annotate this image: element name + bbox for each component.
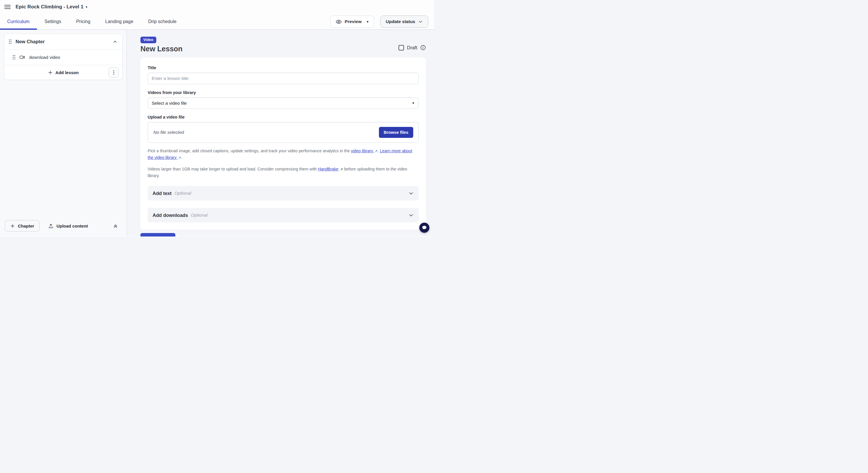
drag-handle-icon[interactable] xyxy=(12,55,16,60)
lesson-header: Video New Lesson Draft xyxy=(141,37,426,53)
tab-settings[interactable]: Settings xyxy=(37,14,69,29)
course-builder-page: Epic Rock Climbing - Level 1 ▾ Curriculu… xyxy=(0,0,434,236)
add-text-expander[interactable]: Add text Optional xyxy=(148,186,419,200)
curriculum-sidebar: New Chapter download video xyxy=(0,30,127,236)
external-link-icon: ↗ xyxy=(375,149,378,154)
save-lesson-button[interactable]: Save lesson xyxy=(141,233,175,236)
link-label: HandBrake xyxy=(318,167,338,171)
add-lesson-button[interactable]: Add lesson xyxy=(48,70,79,75)
chevron-down-icon xyxy=(408,213,414,218)
preview-caret-icon: ▾ xyxy=(367,20,369,24)
eye-icon xyxy=(336,19,342,25)
chapter-menu-button[interactable] xyxy=(108,67,119,77)
course-title-caret-icon[interactable]: ▾ xyxy=(86,5,87,9)
video-camera-icon xyxy=(19,54,25,60)
external-link-icon: ↗ xyxy=(340,167,343,172)
browse-files-button[interactable]: Browse files xyxy=(379,127,413,138)
add-chapter-label: Chapter xyxy=(18,223,34,228)
collapse-all-icon[interactable] xyxy=(113,223,118,229)
help-text: . xyxy=(181,155,182,160)
update-status-label: Update status xyxy=(386,19,415,24)
chevron-down-icon xyxy=(418,19,423,24)
tab-landing-page[interactable]: Landing page xyxy=(98,14,141,29)
info-icon[interactable] xyxy=(420,45,426,51)
no-file-text: No file selected xyxy=(153,130,184,135)
draft-checkbox[interactable] xyxy=(399,45,404,51)
video-library-link[interactable]: video library ↗ xyxy=(351,149,378,153)
draft-label: Draft xyxy=(407,45,417,51)
file-upload-box: No file selected Browse files xyxy=(148,122,419,143)
page-title: New Lesson xyxy=(141,45,183,53)
handbrake-link[interactable]: HandBrake xyxy=(318,167,338,171)
tabbar-actions: Preview ▾ Update status xyxy=(330,14,428,29)
chapter-card: New Chapter download video xyxy=(4,34,123,80)
lesson-editor: Video New Lesson Draft Title Vide xyxy=(127,30,434,236)
optional-label: Optional xyxy=(175,191,191,196)
compression-help-text: Videos larger than 1GB may take longer t… xyxy=(148,166,419,179)
chat-bubble-icon xyxy=(421,225,427,231)
sidebar-footer: Chapter Upload content xyxy=(0,216,127,236)
tab-bar: Curriculum Settings Pricing Landing page… xyxy=(0,14,434,30)
add-chapter-button[interactable]: Chapter xyxy=(5,220,39,231)
add-downloads-label: Add downloads xyxy=(153,213,188,218)
lesson-heading-block: Video New Lesson xyxy=(141,37,183,53)
preview-button[interactable]: Preview ▾ xyxy=(330,15,374,28)
update-status-button[interactable]: Update status xyxy=(380,15,429,28)
video-library-label: Videos from your library xyxy=(148,90,419,95)
chevron-up-icon[interactable] xyxy=(113,39,118,44)
upload-video-label: Upload a video file xyxy=(148,115,419,119)
video-library-help-text: Pick a thumbnail image, add closed capti… xyxy=(148,148,419,161)
tab-pricing[interactable]: Pricing xyxy=(69,14,98,29)
drag-handle-icon[interactable] xyxy=(9,39,12,44)
course-title[interactable]: Epic Rock Climbing - Level 1 xyxy=(16,4,83,10)
hamburger-menu-icon[interactable] xyxy=(4,4,11,10)
title-field-group: Title xyxy=(148,65,419,84)
lesson-title-input[interactable] xyxy=(148,73,419,84)
upload-icon xyxy=(48,223,54,229)
upload-video-group: Upload a video file No file selected Bro… xyxy=(148,115,419,179)
tab-curriculum[interactable]: Curriculum xyxy=(0,14,37,29)
chapter-title: New Chapter xyxy=(16,39,109,44)
top-bar: Epic Rock Climbing - Level 1 ▾ xyxy=(0,0,434,14)
lesson-row[interactable]: download video xyxy=(4,50,122,65)
chat-widget-button[interactable] xyxy=(419,223,429,233)
plus-icon xyxy=(48,70,53,75)
add-lesson-label: Add lesson xyxy=(55,70,79,75)
video-library-select[interactable]: Select a video file ▼ xyxy=(148,97,419,109)
title-label: Title xyxy=(148,65,419,70)
link-label: video library xyxy=(351,149,373,153)
help-text: Pick a thumbnail image, add closed capti… xyxy=(148,149,351,153)
plus-icon xyxy=(10,223,15,228)
lesson-type-badge: Video xyxy=(141,37,156,43)
video-library-group: Videos from your library Select a video … xyxy=(148,90,419,109)
add-downloads-expander[interactable]: Add downloads Optional xyxy=(148,208,419,222)
workspace: New Chapter download video xyxy=(0,30,434,236)
optional-label: Optional xyxy=(191,213,208,218)
tab-drip-schedule[interactable]: Drip schedule xyxy=(141,14,184,29)
help-text: Videos larger than 1GB may take longer t… xyxy=(148,167,318,171)
upload-content-button[interactable]: Upload content xyxy=(48,223,88,229)
preview-label: Preview xyxy=(345,19,362,24)
tabs: Curriculum Settings Pricing Landing page… xyxy=(0,14,184,29)
lesson-form-card: Title Videos from your library Select a … xyxy=(141,58,426,229)
select-caret-icon: ▼ xyxy=(412,101,415,105)
kebab-icon xyxy=(113,70,115,75)
draft-toggle-row: Draft xyxy=(399,45,426,51)
lesson-title: download video xyxy=(29,55,60,60)
upload-content-label: Upload content xyxy=(57,223,88,228)
add-text-label: Add text xyxy=(153,191,172,196)
chapter-header[interactable]: New Chapter xyxy=(4,34,122,49)
external-link-icon: ↗ xyxy=(178,155,181,161)
chevron-down-icon xyxy=(408,191,414,196)
video-library-select-value: Select a video file xyxy=(152,101,187,106)
chapter-footer: Add lesson xyxy=(4,65,122,80)
